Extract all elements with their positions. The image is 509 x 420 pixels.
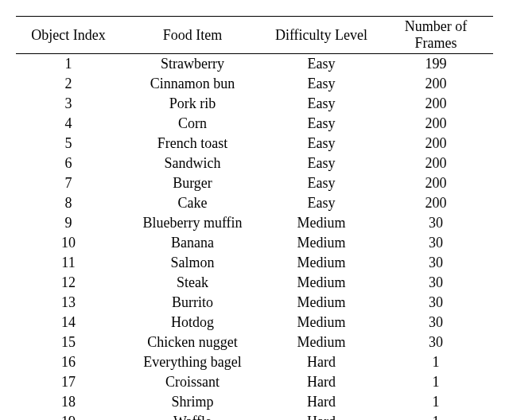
table-row: 11SalmonMedium30 bbox=[16, 253, 493, 273]
cell-frames: 1 bbox=[379, 412, 493, 420]
cell-difficulty: Medium bbox=[264, 273, 379, 293]
cell-food-item: Hotdog bbox=[121, 313, 264, 332]
header-food-item: Food Item bbox=[121, 17, 264, 54]
cell-difficulty: Medium bbox=[264, 213, 379, 233]
cell-object-index: 6 bbox=[16, 154, 121, 173]
cell-frames: 30 bbox=[379, 332, 493, 352]
table-row: 10BananaMedium30 bbox=[16, 233, 493, 253]
table-row: 16Everything bagelHard1 bbox=[16, 352, 493, 372]
cell-object-index: 18 bbox=[16, 392, 121, 412]
cell-object-index: 9 bbox=[16, 213, 121, 233]
table-row: 6SandwichEasy200 bbox=[16, 154, 493, 173]
cell-difficulty: Easy bbox=[264, 114, 379, 134]
cell-food-item: Strawberry bbox=[121, 54, 264, 75]
table-row: 15Chicken nuggetMedium30 bbox=[16, 332, 493, 352]
table-row: 17CroissantHard1 bbox=[16, 372, 493, 392]
table-row: 5French toastEasy200 bbox=[16, 134, 493, 154]
cell-difficulty: Medium bbox=[264, 253, 379, 273]
table-row: 9Blueberry muffinMedium30 bbox=[16, 213, 493, 233]
table-row: 7BurgerEasy200 bbox=[16, 173, 493, 193]
header-row: Object Index Food Item Difficulty Level … bbox=[16, 17, 493, 54]
cell-frames: 200 bbox=[379, 193, 493, 213]
table-row: 4CornEasy200 bbox=[16, 114, 493, 134]
cell-frames: 1 bbox=[379, 352, 493, 372]
cell-object-index: 14 bbox=[16, 313, 121, 332]
cell-difficulty: Easy bbox=[264, 94, 379, 114]
cell-frames: 1 bbox=[379, 372, 493, 392]
cell-frames: 30 bbox=[379, 313, 493, 332]
cell-object-index: 5 bbox=[16, 134, 121, 154]
cell-frames: 1 bbox=[379, 392, 493, 412]
cell-food-item: Corn bbox=[121, 114, 264, 134]
cell-food-item: Croissant bbox=[121, 372, 264, 392]
cell-food-item: Chicken nugget bbox=[121, 332, 264, 352]
cell-difficulty: Easy bbox=[264, 173, 379, 193]
cell-frames: 200 bbox=[379, 114, 493, 134]
cell-difficulty: Easy bbox=[264, 154, 379, 173]
cell-object-index: 1 bbox=[16, 54, 121, 75]
cell-object-index: 2 bbox=[16, 74, 121, 94]
cell-difficulty: Medium bbox=[264, 293, 379, 313]
cell-frames: 30 bbox=[379, 293, 493, 313]
cell-food-item: Cinnamon bun bbox=[121, 74, 264, 94]
cell-object-index: 3 bbox=[16, 94, 121, 114]
cell-difficulty: Easy bbox=[264, 134, 379, 154]
food-table: Object Index Food Item Difficulty Level … bbox=[16, 16, 493, 420]
table-row: 1StrawberryEasy199 bbox=[16, 54, 493, 75]
table-row: 3Pork ribEasy200 bbox=[16, 94, 493, 114]
cell-food-item: French toast bbox=[121, 134, 264, 154]
table-row: 18ShrimpHard1 bbox=[16, 392, 493, 412]
cell-frames: 199 bbox=[379, 54, 493, 75]
table-row: 19WaffleHard1 bbox=[16, 412, 493, 420]
cell-object-index: 19 bbox=[16, 412, 121, 420]
cell-food-item: Waffle bbox=[121, 412, 264, 420]
cell-object-index: 15 bbox=[16, 332, 121, 352]
cell-object-index: 12 bbox=[16, 273, 121, 293]
cell-difficulty: Easy bbox=[264, 74, 379, 94]
cell-difficulty: Hard bbox=[264, 372, 379, 392]
cell-frames: 200 bbox=[379, 134, 493, 154]
cell-food-item: Cake bbox=[121, 193, 264, 213]
cell-difficulty: Hard bbox=[264, 392, 379, 412]
cell-frames: 30 bbox=[379, 213, 493, 233]
cell-food-item: Blueberry muffin bbox=[121, 213, 264, 233]
cell-frames: 200 bbox=[379, 154, 493, 173]
cell-difficulty: Medium bbox=[264, 233, 379, 253]
table-row: 14HotdogMedium30 bbox=[16, 313, 493, 332]
cell-food-item: Salmon bbox=[121, 253, 264, 273]
cell-object-index: 8 bbox=[16, 193, 121, 213]
header-number-of-frames: Number of Frames bbox=[379, 17, 493, 54]
cell-frames: 200 bbox=[379, 94, 493, 114]
cell-difficulty: Hard bbox=[264, 412, 379, 420]
table-row: 2Cinnamon bunEasy200 bbox=[16, 74, 493, 94]
cell-frames: 30 bbox=[379, 253, 493, 273]
cell-difficulty: Easy bbox=[264, 54, 379, 75]
cell-frames: 30 bbox=[379, 233, 493, 253]
cell-food-item: Burrito bbox=[121, 293, 264, 313]
cell-difficulty: Easy bbox=[264, 193, 379, 213]
header-object-index: Object Index bbox=[16, 17, 121, 54]
cell-object-index: 4 bbox=[16, 114, 121, 134]
cell-object-index: 17 bbox=[16, 372, 121, 392]
cell-difficulty: Medium bbox=[264, 313, 379, 332]
table-row: 12SteakMedium30 bbox=[16, 273, 493, 293]
cell-frames: 200 bbox=[379, 74, 493, 94]
cell-food-item: Shrimp bbox=[121, 392, 264, 412]
cell-food-item: Banana bbox=[121, 233, 264, 253]
cell-food-item: Burger bbox=[121, 173, 264, 193]
cell-food-item: Sandwich bbox=[121, 154, 264, 173]
cell-frames: 200 bbox=[379, 173, 493, 193]
cell-object-index: 10 bbox=[16, 233, 121, 253]
cell-food-item: Pork rib bbox=[121, 94, 264, 114]
header-difficulty-level: Difficulty Level bbox=[264, 17, 379, 54]
cell-food-item: Steak bbox=[121, 273, 264, 293]
cell-object-index: 13 bbox=[16, 293, 121, 313]
cell-object-index: 7 bbox=[16, 173, 121, 193]
cell-difficulty: Hard bbox=[264, 352, 379, 372]
table-row: 8CakeEasy200 bbox=[16, 193, 493, 213]
table-row: 13BurritoMedium30 bbox=[16, 293, 493, 313]
cell-difficulty: Medium bbox=[264, 332, 379, 352]
cell-object-index: 11 bbox=[16, 253, 121, 273]
cell-frames: 30 bbox=[379, 273, 493, 293]
cell-food-item: Everything bagel bbox=[121, 352, 264, 372]
